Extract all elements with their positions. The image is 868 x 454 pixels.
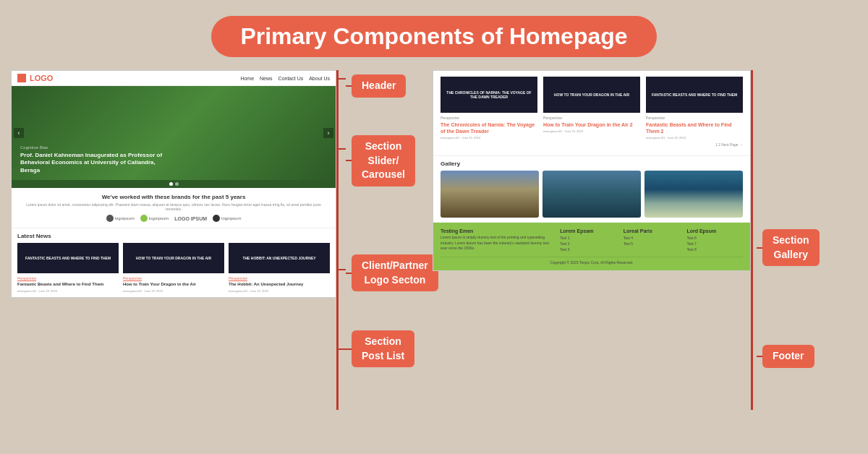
header-label-container: Header xyxy=(346,74,406,98)
footer-col-1: Lorem Epsam Text 1 Text 2 Text 3 xyxy=(560,228,616,253)
logo-text-1: logoipsum xyxy=(115,216,135,220)
news-headline-2: How to Train Your Dragon in the Air xyxy=(123,282,224,288)
logo-text: LOGO xyxy=(30,74,53,82)
pagination-text[interactable]: 1 2 Next Page → xyxy=(715,142,743,147)
h-line-3 xyxy=(339,269,346,270)
partner-logo-3: LOGO IPSUM xyxy=(174,216,207,221)
post-cat-1: Perspective xyxy=(441,116,537,120)
post-pagination: 1 2 Next Page → xyxy=(441,140,743,150)
slider-image: Cognitive Bias Prof. Daniel Kahneman Ina… xyxy=(12,86,336,180)
partner-logos: logoipsum logoipsum LOGO IPSUM logoipsum xyxy=(19,215,328,222)
footer-col-item-2-1: Test 4 xyxy=(624,236,680,240)
logo-icon-4 xyxy=(213,215,220,222)
partner-label-container: Client/PartnerLogo Secton xyxy=(346,254,438,291)
slider-prev-button[interactable]: ‹ xyxy=(14,128,24,138)
footer-col-2: Loreal Paris Test 4 Test 5 xyxy=(624,228,680,253)
gallery-connector xyxy=(757,247,762,249)
nav-contact[interactable]: Contact Us xyxy=(278,76,304,81)
slider-label-container: SectionSlider/Carousel xyxy=(346,135,415,187)
slider-label: SectionSlider/Carousel xyxy=(352,135,415,187)
slider-connector xyxy=(346,160,352,161)
footer-top: Testing Emen Lorem Ipsum is simply dummy… xyxy=(441,228,743,253)
news-card-3: THE HOBBIT: AN UNEXPECTED JOURNEY Perspe… xyxy=(229,243,330,293)
logo-icon-1 xyxy=(106,215,114,222)
footer-copyright: Copyright © 2023 Tonjoc Corp. All Rights… xyxy=(441,257,743,265)
nav-home[interactable]: Home xyxy=(240,76,254,81)
nav-about[interactable]: About Us xyxy=(309,76,330,81)
partner-label: Client/PartnerLogo Secton xyxy=(352,254,438,291)
news-meta-1: testingamen01 · June 19, 2023 xyxy=(17,289,119,293)
logo-text-3: LOGO IPSUM xyxy=(174,216,207,221)
footer-col-item-1-1: Text 1 xyxy=(560,236,616,240)
middle-labels: Header SectionSlider/Carousel Client/Par… xyxy=(339,70,433,410)
news-cards: FANTASTIC BEASTS AND WHERE TO FIND THEM … xyxy=(17,243,330,293)
left-mockup: LOGO Home News Contact Us About Us Cogni… xyxy=(11,70,336,298)
footer-label: Footer xyxy=(762,345,814,368)
partner-logo-2: logoipsum xyxy=(140,215,169,222)
nav-news[interactable]: News xyxy=(260,76,273,81)
post-headline-1: The Chronicoles of Narnia: The Voyage of… xyxy=(441,121,537,134)
gallery-label-container: SectionGallery xyxy=(757,229,820,266)
post-headline-2: How to Train Your Dragon in the Air 2 xyxy=(543,121,640,128)
logo-text-4: logoipsum xyxy=(221,216,241,220)
mockup-header: LOGO Home News Contact Us About Us xyxy=(12,71,336,86)
partner-connector xyxy=(346,273,352,274)
footer-col-item-3-1: Test 6 xyxy=(686,236,743,240)
news-cat-1: Perspective xyxy=(17,276,119,280)
main-content: LOGO Home News Contact Us About Us Cogni… xyxy=(0,70,868,410)
post-card-img-text-2: HOW TO TRAIN YOUR DRAGON IN THE AIR xyxy=(551,90,632,100)
footer-col-title-3: Lord Epsum xyxy=(686,228,743,234)
post-meta-2: testingamen01 · June 19, 2023 xyxy=(543,129,640,133)
slider-dots xyxy=(12,180,336,188)
news-card-img-text-1: FANTASTIC BEASTS AND WHERE TO FIND THEM xyxy=(22,253,114,263)
header-label: Header xyxy=(352,74,406,98)
logo-icon-2 xyxy=(140,215,148,222)
mockup-news: Latest News FANTASTIC BEASTS AND WHERE T… xyxy=(12,228,336,297)
post-card-img-3: FANTASTIC BEASTS AND WHERE TO FIND THEM xyxy=(646,77,743,113)
slider-dot-1[interactable] xyxy=(169,182,173,186)
news-card-img-3: THE HOBBIT: AN UNEXPECTED JOURNEY xyxy=(229,243,330,273)
mockup-nav: Home News Contact Us About Us xyxy=(240,76,330,81)
postlist-label: SectionPost List xyxy=(352,330,414,367)
post-cat-3: Perspective xyxy=(646,116,743,120)
news-cat-3: Perspective xyxy=(229,276,330,280)
footer-col-item-2-2: Test 5 xyxy=(624,241,680,246)
slider-caption-small: Cognitive Bias xyxy=(20,145,327,150)
news-card-1: FANTASTIC BEASTS AND WHERE TO FIND THEM … xyxy=(17,243,119,293)
news-headline-1: Fantastic Beasts and Where to Find Them xyxy=(17,282,119,288)
post-card-img-text-3: FANTASTIC BEASTS AND WHERE TO FIND THEM xyxy=(649,90,740,100)
post-card-3: FANTASTIC BEASTS AND WHERE TO FIND THEM … xyxy=(646,77,743,140)
gallery-image-3 xyxy=(644,171,743,218)
post-card-2: HOW TO TRAIN YOUR DRAGON IN THE AIR Pers… xyxy=(543,77,640,140)
news-title: Latest News xyxy=(17,233,330,239)
partner-title: We've worked with these brands for the p… xyxy=(19,194,328,200)
h-line-2 xyxy=(339,148,346,150)
postlist-connector xyxy=(346,348,352,350)
footer-label-container: Footer xyxy=(757,345,814,368)
footer-col-item-3-3: Test 8 xyxy=(686,247,743,252)
post-card-img-text-1: THE CHRONICLES OF NARNIA: THE VOYAGE OF … xyxy=(441,87,537,102)
logo-icon xyxy=(17,74,26,82)
slider-next-button[interactable]: › xyxy=(323,128,333,138)
post-card-img-1: THE CHRONICLES OF NARNIA: THE VOYAGE OF … xyxy=(441,77,537,113)
h-line-1 xyxy=(339,78,346,80)
news-headline-3: The Hobbit: An Unexpected Journey xyxy=(229,282,330,288)
gallery-images xyxy=(441,171,743,218)
footer-connector xyxy=(757,356,762,357)
mockup-footer: Testing Emen Lorem Ipsum is simply dummy… xyxy=(433,223,750,270)
mockup-posts: THE CHRONICLES OF NARNIA: THE VOYAGE OF … xyxy=(433,71,750,156)
gallery-image-1 xyxy=(441,171,539,218)
right-section: THE CHRONICLES OF NARNIA: THE VOYAGE OF … xyxy=(433,70,840,410)
news-card-2: HOW TO TRAIN YOUR DRAGON IN THE AIR Pers… xyxy=(123,243,224,293)
partner-text: Lorem ipsum dolor sit amet, consectetur … xyxy=(19,202,328,211)
mockup-partner: We've worked with these brands for the p… xyxy=(12,188,336,228)
gallery-title: Gallery xyxy=(441,160,743,167)
news-card-img-2: HOW TO TRAIN YOUR DRAGON IN THE AIR xyxy=(123,243,224,273)
footer-col-item-1-3: Text 3 xyxy=(560,247,616,252)
h-line-4 xyxy=(339,348,346,350)
header-connector xyxy=(346,85,352,87)
footer-col-title-2: Loreal Paris xyxy=(624,228,680,234)
page-title-container: Primary Components of Homepage xyxy=(0,0,868,70)
logo-text-2: logoipsum xyxy=(149,216,169,220)
slider-dot-2[interactable] xyxy=(175,182,179,186)
